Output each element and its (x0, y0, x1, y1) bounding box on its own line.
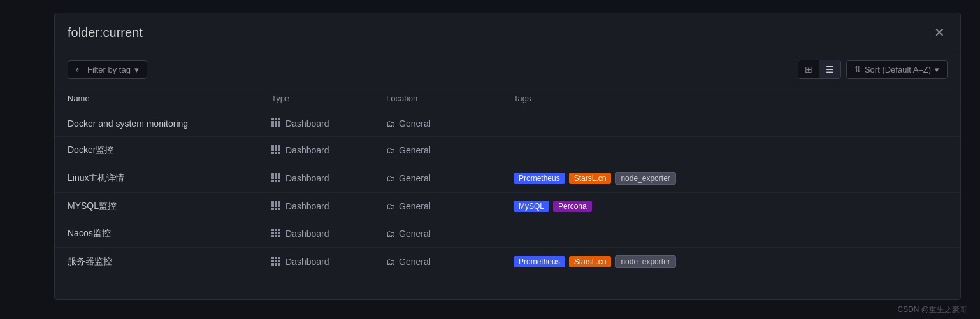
row-type-label: Dashboard (285, 201, 329, 211)
folder-icon: 🗂 (386, 118, 395, 129)
column-header-type: Type (259, 87, 373, 110)
tag-prometheus: Prometheus (514, 173, 565, 184)
svg-rect-45 (271, 257, 274, 259)
modal-container: folder:current ✕ 🏷 Filter by tag ▾ ⊞ ☰ (54, 13, 961, 300)
svg-rect-39 (271, 232, 274, 234)
row-tags (501, 110, 960, 137)
svg-rect-19 (275, 173, 277, 176)
svg-rect-1 (275, 118, 277, 120)
sort-chevron-icon: ▾ (935, 65, 939, 74)
table-row[interactable]: Docker监控Dashboard🗂General (55, 137, 960, 164)
close-icon: ✕ (934, 25, 945, 39)
svg-rect-32 (278, 204, 280, 207)
grid-icon: ⊞ (805, 64, 812, 74)
svg-rect-10 (275, 145, 277, 148)
svg-rect-36 (271, 229, 274, 231)
svg-rect-5 (278, 121, 280, 124)
row-name: 服务器监控 (55, 248, 259, 276)
dashboard-grid-icon (271, 229, 280, 239)
toolbar-left: 🏷 Filter by tag ▾ (68, 60, 147, 79)
dashboard-grid-icon (271, 257, 280, 267)
close-button[interactable]: ✕ (932, 24, 948, 41)
table-row[interactable]: Docker and system monitoringDashboard🗂Ge… (55, 110, 960, 137)
row-type-label: Dashboard (285, 118, 329, 129)
svg-rect-50 (278, 260, 280, 262)
row-location-label: General (399, 118, 431, 129)
row-location-label: General (399, 173, 431, 183)
table-row[interactable]: Linux主机详情Dashboard🗂GeneralPrometheusStar… (55, 164, 960, 193)
svg-rect-3 (271, 121, 274, 124)
row-name: MYSQL监控 (55, 193, 259, 220)
table-row[interactable]: 服务器监控Dashboard🗂GeneralPrometheusStarsL.c… (55, 248, 960, 276)
folder-icon: 🗂 (386, 229, 395, 239)
svg-rect-51 (271, 263, 274, 266)
tag-icon: 🏷 (76, 65, 83, 74)
svg-rect-40 (275, 232, 277, 234)
row-location-label: General (399, 201, 431, 211)
row-type-label: Dashboard (285, 229, 329, 239)
svg-rect-47 (278, 257, 280, 259)
row-type-label: Dashboard (285, 257, 329, 267)
svg-rect-31 (275, 204, 277, 207)
svg-rect-0 (271, 118, 274, 120)
tag-node_exporter: node_exporter (615, 172, 675, 185)
svg-rect-25 (275, 180, 277, 182)
toolbar: 🏷 Filter by tag ▾ ⊞ ☰ ⇅ Sort (Default A–… (55, 52, 960, 87)
svg-rect-27 (271, 201, 274, 204)
svg-rect-13 (275, 148, 277, 151)
svg-rect-23 (278, 176, 280, 179)
svg-rect-7 (275, 124, 277, 127)
footer-text: CSDN @重生之豪哥 (897, 304, 967, 315)
row-name: Nacos监控 (55, 220, 259, 248)
svg-rect-12 (271, 148, 274, 151)
row-type: Dashboard (259, 110, 373, 137)
svg-rect-28 (275, 201, 277, 204)
folder-icon: 🗂 (386, 257, 395, 267)
svg-rect-33 (271, 208, 274, 210)
svg-rect-44 (278, 235, 280, 237)
modal-header: folder:current ✕ (55, 13, 960, 52)
svg-rect-42 (271, 235, 274, 237)
sort-icon: ⇅ (854, 65, 861, 74)
dashboard-grid-icon (271, 201, 280, 212)
row-name: Docker监控 (55, 137, 259, 164)
sort-button[interactable]: ⇅ Sort (Default A–Z) ▾ (846, 60, 948, 79)
list-view-button[interactable]: ☰ (819, 60, 840, 78)
row-location: 🗂General (373, 220, 501, 248)
row-location-label: General (399, 257, 431, 267)
table-container: Name Type Location Tags Docker and syste… (55, 87, 960, 299)
svg-rect-18 (271, 173, 274, 176)
tag-starsl: StarsL.cn (569, 173, 612, 184)
row-tags (501, 137, 960, 164)
svg-rect-8 (278, 124, 280, 127)
table-header-row: Name Type Location Tags (55, 87, 960, 110)
view-toggle: ⊞ ☰ (798, 60, 841, 79)
svg-rect-9 (271, 145, 274, 148)
tag-starsl: StarsL.cn (569, 256, 612, 267)
svg-rect-29 (278, 201, 280, 204)
svg-rect-22 (275, 176, 277, 179)
svg-rect-11 (278, 145, 280, 148)
sort-label: Sort (Default A–Z) (865, 65, 931, 74)
filter-tag-button[interactable]: 🏷 Filter by tag ▾ (68, 60, 147, 79)
svg-rect-15 (271, 152, 274, 154)
svg-rect-16 (275, 152, 277, 154)
grid-view-button[interactable]: ⊞ (798, 60, 819, 78)
dashboards-table: Name Type Location Tags Docker and syste… (55, 87, 960, 276)
folder-icon: 🗂 (386, 201, 395, 211)
svg-rect-35 (278, 208, 280, 210)
row-type-label: Dashboard (285, 173, 329, 183)
svg-rect-52 (275, 263, 277, 266)
row-type: Dashboard (259, 193, 373, 220)
row-location: 🗂General (373, 110, 501, 137)
row-type-label: Dashboard (285, 145, 329, 155)
modal-title: folder:current (68, 25, 143, 40)
svg-rect-38 (278, 229, 280, 231)
table-row[interactable]: MYSQL监控Dashboard🗂GeneralMySQLPercona (55, 193, 960, 220)
row-location: 🗂General (373, 193, 501, 220)
toolbar-right: ⊞ ☰ ⇅ Sort (Default A–Z) ▾ (798, 60, 948, 79)
svg-rect-21 (271, 176, 274, 179)
svg-rect-20 (278, 173, 280, 176)
row-type: Dashboard (259, 164, 373, 193)
table-row[interactable]: Nacos监控Dashboard🗂General (55, 220, 960, 248)
